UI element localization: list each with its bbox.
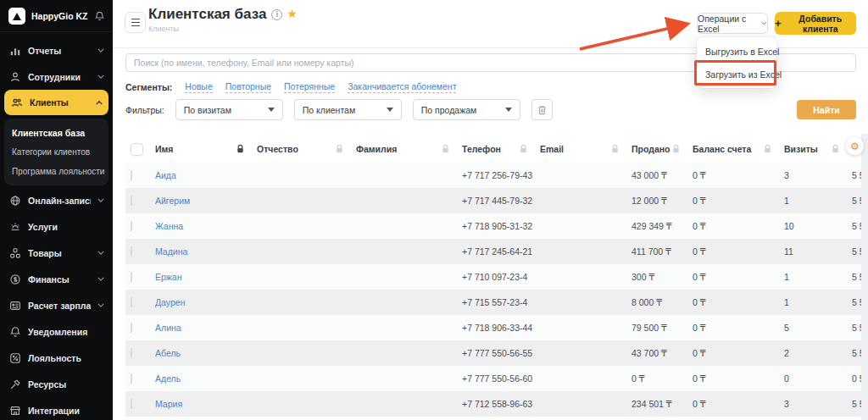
segment-link-subscription-ending[interactable]: Заканчивается абонемент: [348, 81, 456, 93]
client-name-link[interactable]: Аида: [155, 170, 176, 180]
sidebar-item-services[interactable]: Услуги: [0, 213, 113, 240]
find-button[interactable]: Найти: [797, 100, 856, 119]
segment-link-new[interactable]: Новые: [185, 81, 212, 93]
row-checkbox[interactable]: [131, 323, 132, 333]
lock-icon[interactable]: [671, 144, 681, 154]
favorite-star-icon[interactable]: ★: [287, 7, 298, 20]
table-row[interactable]: Мадина +7 717 245-64-21 411 700 ₸ 0 ₸ 11…: [125, 239, 861, 264]
sold-cell: 8 000 ₸: [632, 297, 693, 307]
sold-cell: 12 000 ₸: [632, 196, 693, 206]
client-name-link[interactable]: Абель: [155, 348, 181, 358]
balance-cell: 0 ₸: [693, 272, 784, 282]
segment-link-repeat[interactable]: Повторные: [225, 81, 271, 93]
client-name-link[interactable]: Алина: [155, 323, 181, 333]
lock-icon[interactable]: [831, 144, 840, 154]
column-header-balance[interactable]: Баланс счета: [693, 144, 784, 154]
column-header-sold[interactable]: Продано: [632, 144, 693, 154]
sidebar-item-payroll[interactable]: Расчет зарплат: [0, 292, 113, 318]
table-row[interactable]: Абель +7 777 550-56-55 43 700 ₸ 0 ₸ 2 5 …: [125, 340, 861, 366]
filter-select-sales[interactable]: По продажам: [413, 99, 520, 120]
plus-icon: +: [775, 17, 782, 30]
row-checkbox[interactable]: [131, 297, 132, 307]
dropdown-item-import-excel[interactable]: Загрузить из Excel: [697, 63, 776, 86]
sidebar-header: HappyGio KZ: [0, 0, 113, 32]
column-header-phone[interactable]: Телефон: [462, 144, 540, 154]
client-name-link[interactable]: Айгерим: [155, 196, 190, 206]
sidebar-item-goods[interactable]: Товары: [0, 240, 113, 266]
table-row[interactable]: Мария +7 712 558-96-63 234 501 ₸ 0 ₸ 3 5…: [125, 391, 861, 417]
sidebar-item-finance[interactable]: Финансы: [0, 266, 113, 292]
lock-icon[interactable]: [763, 144, 772, 154]
submenu-item-client-categories[interactable]: Категории клиентов: [4, 142, 108, 162]
lock-icon[interactable]: [519, 144, 528, 154]
balance-cell: 0 ₸: [693, 170, 784, 180]
app-logo[interactable]: [8, 8, 25, 25]
table-row[interactable]: Адель +7 777 550-56-60 0 ₸ 0 ₸ 0 0 5: [125, 366, 861, 391]
sidebar-item-integrations[interactable]: Интеграции: [0, 397, 113, 420]
segment-link-lost[interactable]: Потерянные: [284, 81, 335, 93]
lock-icon[interactable]: [610, 144, 620, 154]
submenu-item-client-base[interactable]: Клиентская база: [4, 123, 108, 142]
sidebar-item-loyalty[interactable]: Лояльность: [0, 345, 113, 371]
table-row[interactable]: Ержан +7 710 097-23-4 300 ₸ 0 ₸ 1 5 5: [125, 264, 861, 290]
filter-select-visits[interactable]: По визитам: [175, 99, 283, 120]
row-checkbox[interactable]: [131, 348, 132, 358]
client-name-link[interactable]: Мария: [155, 399, 182, 409]
table-settings-gear-icon[interactable]: ⚙: [846, 137, 864, 155]
chevron-up-icon: [96, 101, 103, 105]
row-checkbox[interactable]: [131, 399, 132, 409]
lock-icon[interactable]: [236, 144, 245, 154]
column-header-email[interactable]: Email: [540, 144, 632, 154]
row-checkbox[interactable]: [131, 272, 132, 282]
phone-cell: +7 717 245-64-21: [462, 246, 540, 257]
select-all-checkbox[interactable]: [131, 143, 143, 156]
sidebar-item-reports[interactable]: Отчеты: [0, 37, 113, 64]
notifications-bell-icon[interactable]: [95, 11, 104, 21]
lock-icon[interactable]: [335, 144, 344, 154]
sidebar-item-staff[interactable]: Сотрудники: [0, 64, 113, 90]
sidebar-item-label: Расчет зарплат: [28, 301, 91, 311]
column-header-surname[interactable]: Фамилия: [356, 144, 462, 154]
column-header-name[interactable]: Имя: [155, 144, 257, 154]
table-row[interactable]: Даурен +7 715 557-23-4 8 000 ₸ 0 ₸ 1 5 5: [125, 290, 861, 315]
row-checkbox[interactable]: [131, 196, 132, 206]
lock-icon[interactable]: [441, 144, 450, 154]
row-checkbox[interactable]: [131, 373, 132, 384]
table-row[interactable]: Алина +7 718 906-33-44 79 500 ₸ 0 ₸ 5 5 …: [125, 315, 861, 340]
excel-operations-button[interactable]: Операции с Excel: [697, 13, 768, 34]
sidebar-item-resources[interactable]: Ресурсы: [0, 371, 113, 397]
table-row[interactable]: Жанна +7 718 905-31-32 429 349 ₸ 0 ₸ 10 …: [125, 213, 861, 239]
info-icon[interactable]: i: [271, 9, 282, 20]
row-checkbox[interactable]: [131, 221, 132, 231]
add-client-button[interactable]: + Добавить клиента: [775, 12, 856, 35]
client-name-link[interactable]: Мадина: [155, 246, 187, 257]
client-name-link[interactable]: Жанна: [155, 221, 183, 231]
filter-select-value: По клиентам: [303, 105, 355, 115]
balance-cell: 0 ₸: [693, 196, 784, 206]
filter-select-value: По визитам: [184, 105, 231, 115]
boxes-icon: [8, 246, 21, 259]
table-row[interactable]: Айгерим +7 717 445-79-32 12 000 ₸ 0 ₸ 1 …: [125, 188, 861, 213]
table-row[interactable]: Аида +7 717 256-79-43 43 000 ₸ 0 ₸ 3 5 5: [125, 163, 861, 188]
column-header-visits[interactable]: Визиты: [784, 144, 852, 154]
submenu-item-loyalty-program[interactable]: Программа лояльности: [4, 162, 108, 181]
sidebar-item-clients[interactable]: Клиенты: [4, 90, 108, 115]
client-name-link[interactable]: Даурен: [155, 297, 185, 307]
percent-badge-icon: [8, 351, 21, 364]
phone-cell: +7 718 906-33-44: [462, 323, 540, 333]
extra-cell: 0 5: [852, 373, 861, 384]
dropdown-item-export-excel[interactable]: Выгрузить в Excel: [697, 40, 776, 63]
filter-select-value: По продажам: [421, 105, 477, 115]
sidebar-item-online-booking[interactable]: Онлайн-запись: [0, 187, 113, 213]
client-name-link[interactable]: Ержан: [155, 272, 182, 282]
scrollbar-gutter[interactable]: [861, 134, 868, 420]
client-name-link[interactable]: Адель: [155, 373, 181, 384]
filter-select-clients[interactable]: По клиентам: [294, 99, 402, 120]
row-checkbox[interactable]: [131, 170, 132, 180]
row-checkbox[interactable]: [131, 246, 132, 257]
sidebar-item-notifications[interactable]: Уведомления: [0, 318, 113, 345]
menu-toggle-button[interactable]: [125, 12, 146, 33]
breadcrumb: Клиенты: [148, 25, 298, 33]
clear-filters-button[interactable]: [531, 99, 553, 120]
column-header-patronymic[interactable]: Отчество: [257, 144, 356, 154]
